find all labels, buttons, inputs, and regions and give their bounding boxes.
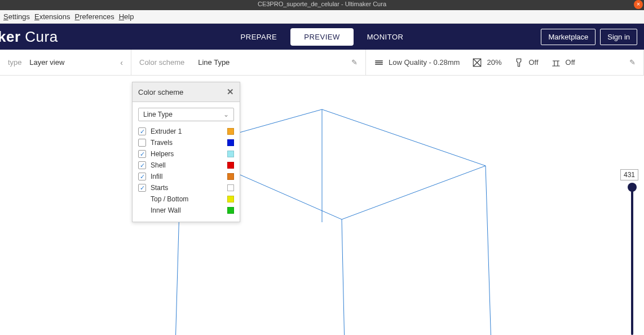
color-swatch xyxy=(227,207,234,214)
pencil-icon[interactable]: ✎ xyxy=(351,58,358,67)
layers-icon xyxy=(374,58,384,68)
adhesion-setting: Off xyxy=(551,58,575,68)
menu-settings[interactable]: Settings xyxy=(3,12,30,21)
color-scheme-dropdown[interactable]: Line Type ⌄ xyxy=(138,108,234,121)
legend-item-label: Inner Wall xyxy=(151,206,181,214)
legend-row: Infill xyxy=(138,171,234,182)
legend-item-label: Helpers xyxy=(151,150,174,158)
legend-row: Top / Bottom xyxy=(138,193,234,205)
legend-checkbox[interactable] xyxy=(138,161,146,169)
legend-checkbox[interactable] xyxy=(138,150,146,158)
menu-preferences[interactable]: Preferences xyxy=(75,12,114,21)
color-scheme-value: Line Type xyxy=(198,58,230,67)
legend-checkbox[interactable] xyxy=(138,173,146,180)
chevron-down-icon: ⌄ xyxy=(223,111,229,118)
menu-bar: Settings Extensions Preferences Help xyxy=(0,10,644,24)
slider-track[interactable] xyxy=(631,186,633,335)
panel-title: Color scheme xyxy=(138,88,183,96)
legend-row: Travels xyxy=(138,137,234,148)
legend-item-label: Starts xyxy=(151,184,168,192)
marketplace-button[interactable]: Marketplace xyxy=(541,29,596,45)
legend-item-label: Shell xyxy=(151,161,166,169)
legend-item-label: Infill xyxy=(151,173,162,180)
color-swatch xyxy=(227,196,234,202)
legend-row: Shell xyxy=(138,160,234,171)
legend-row: Extruder 1 xyxy=(138,126,234,137)
legend-row: Inner Wall xyxy=(138,205,234,216)
chevron-left-icon[interactable]: ‹ xyxy=(120,58,123,67)
color-scheme-selector[interactable]: Color scheme Line Type ✎ xyxy=(131,50,366,75)
color-swatch xyxy=(227,151,234,157)
color-scheme-panel: Color scheme ✕ Line Type ⌄ Extruder 1Tra… xyxy=(132,82,240,222)
signin-button[interactable]: Sign in xyxy=(600,29,637,45)
top-bar: ker Cura PREPARE PREVIEW MONITOR Marketp… xyxy=(0,24,644,50)
view-type-label: type xyxy=(8,58,22,67)
layer-count-badge: 431 xyxy=(620,169,638,180)
adhesion-icon xyxy=(551,58,561,68)
legend-item-label: Extruder 1 xyxy=(151,127,182,135)
legend-checkbox[interactable] xyxy=(138,184,146,192)
view-type-value: Layer view xyxy=(29,58,64,67)
legend-checkbox[interactable] xyxy=(138,139,146,147)
color-swatch xyxy=(227,139,234,146)
legend-row: Helpers xyxy=(138,148,234,160)
layer-slider[interactable]: 431 xyxy=(626,169,638,335)
support-icon xyxy=(514,58,524,68)
infill-setting: 20% xyxy=(472,58,501,68)
legend-item-label: Travels xyxy=(151,139,173,147)
legend-checkbox[interactable] xyxy=(138,127,146,135)
support-setting: Off xyxy=(514,58,538,68)
tab-monitor[interactable]: MONITOR xyxy=(354,28,417,46)
svg-line-3 xyxy=(486,166,491,335)
infill-icon xyxy=(472,58,482,68)
tab-preview[interactable]: PREVIEW xyxy=(290,28,353,46)
window-title: CE3PRO_suporte_de_celular - Ultimaker Cu… xyxy=(258,1,386,7)
legend-item-label: Top / Bottom xyxy=(151,195,188,203)
color-swatch xyxy=(227,184,234,191)
profile-setting: Low Quality - 0.28mm xyxy=(374,58,460,68)
toolbar: type Layer view ‹ Color scheme Line Type… xyxy=(0,50,644,76)
tab-prepare[interactable]: PREPARE xyxy=(227,28,291,46)
close-icon[interactable]: × xyxy=(634,0,643,9)
color-swatch xyxy=(227,173,234,180)
legend-row: Starts xyxy=(138,182,234,193)
viewport-3d[interactable] xyxy=(0,76,644,335)
menu-help[interactable]: Help xyxy=(119,12,134,21)
print-settings-bar[interactable]: Low Quality - 0.28mm 20% Off Off ✎ xyxy=(366,50,644,75)
color-swatch xyxy=(227,162,234,169)
window-titlebar: CE3PRO_suporte_de_celular - Ultimaker Cu… xyxy=(0,0,644,10)
color-scheme-label: Color scheme xyxy=(139,58,184,67)
view-type-selector[interactable]: type Layer view ‹ xyxy=(0,50,131,75)
slider-handle[interactable] xyxy=(628,183,637,192)
color-swatch xyxy=(227,128,234,135)
menu-extensions[interactable]: Extensions xyxy=(34,12,70,21)
pencil-icon[interactable]: ✎ xyxy=(629,58,636,67)
svg-line-4 xyxy=(342,219,345,335)
close-icon[interactable]: ✕ xyxy=(227,87,234,97)
